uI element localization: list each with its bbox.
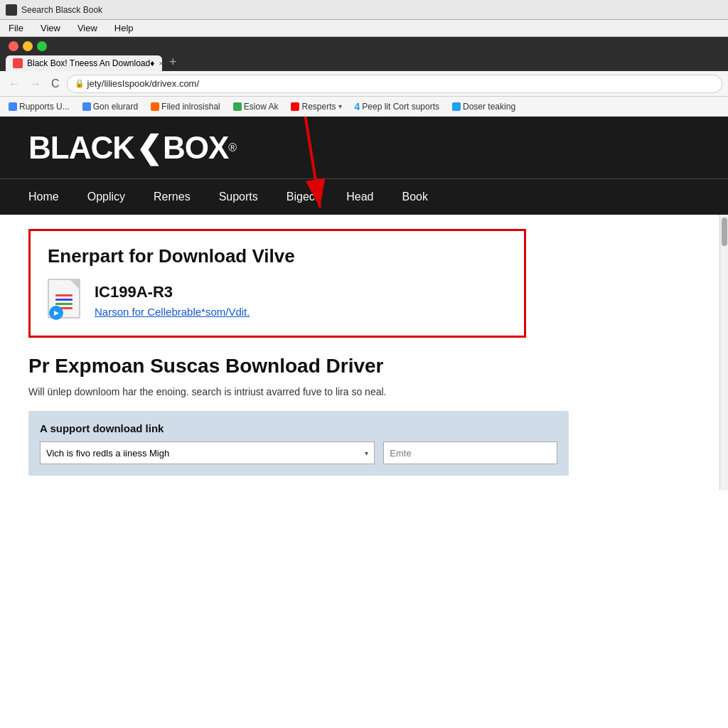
maximize-button[interactable] (37, 41, 47, 51)
bookmark-label-4: Resperts (301, 102, 336, 112)
download-item: ▶ IC199A-R3 Narson for Cellebrable*som/V… (48, 279, 507, 321)
tab-close-button[interactable]: × (159, 59, 162, 68)
forward-button[interactable]: → (27, 76, 44, 92)
tab-bar: Black Box! Tneess An Download♦ × + (6, 55, 722, 71)
file-line-green (55, 303, 73, 305)
browser-chrome: Black Box! Tneess An Download♦ × + (0, 37, 728, 71)
menu-bar: File View View Help (0, 20, 728, 37)
nav-bar: ← → C 🔒 jety/liliesIspook/drivex.com/ (0, 71, 728, 97)
website-content: BLACK ❮ BOX ® Home Opplicy Rernes Suport… (0, 117, 728, 728)
bookmark-number-5: 4 (355, 101, 360, 112)
bookmark-label-3: Esiow Ak (244, 102, 279, 112)
logo-text1: BLACK (28, 130, 134, 166)
menu-help[interactable]: Help (112, 21, 136, 35)
bookmark-favicon-2 (151, 102, 159, 111)
tab-label: Black Box! Tneess An Download♦ (27, 58, 154, 68)
lock-icon: 🔒 (75, 79, 85, 88)
bookmark-favicon-6 (452, 102, 461, 111)
traffic-lights (6, 41, 722, 51)
scrollbar[interactable] (719, 215, 728, 490)
bb-main: Enerpart for Download Vilve (0, 215, 719, 490)
support-form: Vich is fivo redls a iiness Migh ▾ (40, 441, 557, 464)
bookmark-label-1: Gon elurard (93, 102, 138, 112)
download-box: Enerpart for Download Vilve (28, 229, 526, 338)
bookmark-favicon-4 (291, 102, 299, 111)
support-box: A support download link Vich is fivo red… (28, 411, 569, 476)
bookmark-item-0[interactable]: Rupports U... (6, 100, 73, 113)
browser-tab[interactable]: Black Box! Tneess An Download♦ × (6, 55, 162, 71)
file-icon-container: ▶ (48, 279, 83, 321)
bookmark-label-5: Peep lit Cort suports (362, 102, 439, 112)
tab-favicon (13, 58, 23, 68)
menu-view1[interactable]: View (38, 21, 63, 35)
app-icon (6, 4, 17, 16)
menu-file[interactable]: File (6, 21, 26, 35)
bookmarks-bar: Rupports U... Gon elurard Filed inlrosis… (0, 97, 728, 117)
bb-nav: Home Opplicy Rernes Suports Bigect Head … (0, 178, 728, 215)
download-id: IC199A-R3 (95, 283, 250, 301)
bb-header: BLACK ❮ BOX ® (0, 117, 728, 178)
nav-opplicy[interactable]: Opplicy (73, 179, 139, 215)
play-badge: ▶ (49, 306, 63, 320)
nav-rernes[interactable]: Rernes (139, 179, 205, 215)
bookmark-label-2: Filed inlrosishal (161, 102, 220, 112)
section2-desc: Will ünlep downloom har the enoing. sear… (28, 385, 691, 400)
logo-reg: ® (228, 141, 236, 154)
file-line-red (55, 294, 73, 296)
title-bar: Seearch Blasck Book (0, 0, 728, 20)
nav-suports[interactable]: Suports (205, 179, 272, 215)
bookmark-item-5[interactable]: 4 Peep lit Cort suports (352, 100, 443, 114)
bookmark-item-3[interactable]: Esiow Ak (230, 100, 282, 113)
back-button[interactable]: ← (6, 76, 23, 92)
main-wrapper: Enerpart for Download Vilve (0, 215, 728, 490)
support-select[interactable]: Vich is fivo redls a iiness Migh ▾ (40, 441, 375, 464)
bookmark-dropdown-icon-4[interactable]: ▾ (338, 102, 342, 110)
title-bar-text: Seearch Blasck Book (21, 5, 102, 15)
nav-home[interactable]: Home (14, 179, 73, 215)
bookmark-item-6[interactable]: Doser teaking (449, 100, 518, 113)
scrollbar-thumb (722, 218, 727, 246)
nav-book[interactable]: Book (387, 179, 441, 215)
content-with-scrollbar: Enerpart for Download Vilve (0, 215, 728, 490)
new-tab-button[interactable]: + (164, 55, 183, 71)
logo-chevron: ❮ (136, 129, 161, 166)
logo-text2: BOX (163, 130, 228, 166)
bookmark-item-4[interactable]: Resperts ▾ (288, 100, 344, 113)
file-line-blue (55, 299, 73, 301)
close-button[interactable] (9, 41, 18, 51)
download-info: IC199A-R3 Narson for Cellebrable*som/Vdi… (95, 283, 250, 318)
nav-bigect[interactable]: Bigect (272, 179, 332, 215)
minimize-button[interactable] (23, 41, 33, 51)
section2-title: Pr Expmoan Suscas Bownload Driver (28, 355, 691, 378)
support-box-title: A support download link (40, 422, 557, 434)
bb-logo: BLACK ❮ BOX ® (28, 129, 700, 166)
bookmark-favicon-1 (82, 102, 91, 111)
bookmark-label-0: Rupports U... (19, 102, 70, 112)
support-input[interactable] (383, 441, 557, 464)
select-placeholder: Vich is fivo redls a iiness Migh (46, 448, 169, 459)
download-box-title: Enerpart for Download Vilve (48, 245, 507, 267)
bookmark-item-1[interactable]: Gon elurard (80, 100, 141, 113)
address-text: jety/liliesIspook/drivex.com/ (87, 78, 714, 89)
chevron-down-icon: ▾ (365, 449, 368, 457)
file-icon-corner (70, 280, 79, 289)
bookmark-item-2[interactable]: Filed inlrosishal (148, 100, 223, 113)
bookmark-favicon-3 (233, 102, 242, 111)
refresh-button[interactable]: C (48, 76, 63, 92)
nav-head[interactable]: Head (332, 179, 387, 215)
bookmark-label-6: Doser teaking (463, 102, 515, 112)
download-link[interactable]: Narson for Cellebrable*som/Vdit. (95, 306, 250, 318)
menu-view2[interactable]: View (75, 21, 100, 35)
address-bar[interactable]: 🔒 jety/liliesIspook/drivex.com/ (67, 75, 722, 93)
bookmark-favicon-0 (9, 102, 17, 111)
